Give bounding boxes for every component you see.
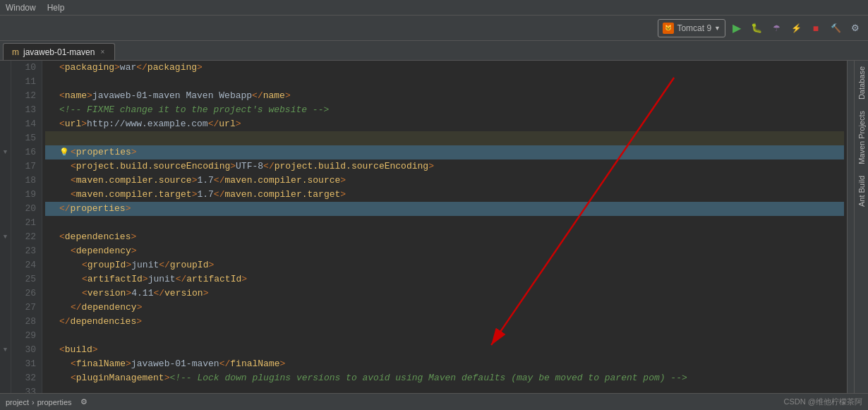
table-row[interactable]: <!-- FIXME change it to the project's we…: [45, 103, 844, 117]
code-area[interactable]: <packaging>war</packaging><name>javaweb-…: [42, 61, 847, 393]
code-token: version: [88, 287, 126, 301]
code-token: </: [159, 258, 170, 272]
table-row[interactable]: <groupId>junit</groupId>: [45, 258, 844, 272]
code-token: >: [280, 357, 286, 371]
intention-bulb-icon[interactable]: 💡: [59, 145, 69, 159]
code-token: groupId: [170, 258, 209, 272]
table-row[interactable]: <pluginManagement><!-- Lock down plugins…: [45, 371, 844, 385]
line-number: 18: [17, 174, 36, 188]
table-row[interactable]: <packaging>war</packaging>: [45, 61, 844, 75]
code-token: >: [340, 174, 346, 188]
code-token: >: [126, 258, 131, 272]
toolbar: 🐱 Tomcat 9 ▼ ▶ 🐛 ☂ ⚡ ■ 🔨 ⚙: [0, 16, 868, 41]
sidebar-tab-maven[interactable]: Maven Projects: [856, 105, 867, 170]
tab-close-button[interactable]: ×: [99, 48, 106, 56]
fold-gutter-line: [0, 244, 11, 258]
line-number: 10: [17, 61, 36, 75]
status-bar: project › properties ⚙ CSDN @维他柠檬茶阿: [0, 393, 868, 410]
code-token: <: [71, 371, 76, 385]
table-row[interactable]: <version>4.11</version>: [45, 287, 844, 301]
code-token: >: [131, 244, 137, 258]
code-token: project.build.sourceEncoding: [76, 159, 230, 174]
breadcrumb-properties: properties: [37, 398, 72, 406]
tomcat-icon: 🐱: [663, 23, 674, 34]
sidebar-tab-database[interactable]: Database: [856, 61, 867, 105]
menu-window[interactable]: Window: [6, 3, 36, 13]
line-numbers: 1011121314151617181920212223242526272829…: [11, 61, 42, 393]
stop-button[interactable]: ■: [807, 20, 824, 37]
line-number: 31: [17, 357, 36, 371]
fold-gutter-line: [0, 117, 11, 131]
line-number: 26: [17, 287, 36, 301]
menu-help[interactable]: Help: [47, 3, 65, 13]
fold-gutter: ▼▼▼: [0, 61, 11, 393]
tomcat-selector[interactable]: 🐱 Tomcat 9 ▼: [658, 19, 725, 37]
fold-gutter-line: [0, 385, 11, 393]
code-token: maven.compiler.source: [76, 174, 192, 188]
table-row[interactable]: <name>javaweb-01-maven Maven Webapp</nam…: [45, 89, 844, 103]
breadcrumb: project › properties ⚙: [6, 397, 776, 406]
line-number: 27: [17, 301, 36, 315]
run-button[interactable]: ▶: [728, 20, 745, 37]
code-token: <: [59, 343, 65, 357]
code-token: >: [131, 230, 136, 244]
code-token: name: [263, 89, 285, 103]
table-row[interactable]: </dependencies>: [45, 315, 844, 329]
tomcat-label: Tomcat 9: [677, 23, 711, 33]
code-token: >: [428, 159, 434, 174]
tab-filename: javaweb-01-maven: [23, 47, 95, 57]
table-row[interactable]: [45, 329, 844, 343]
code-token: url: [65, 117, 81, 131]
editor: ▼▼▼ 101112131415161718192021222324252627…: [0, 61, 854, 393]
line-number: 11: [17, 75, 36, 89]
code-token: <: [71, 244, 76, 258]
table-row[interactable]: 💡<properties>: [45, 145, 844, 159]
code-token: </: [59, 202, 71, 216]
coverage-button[interactable]: ☂: [768, 20, 785, 37]
code-token: <: [71, 188, 76, 202]
vertical-scrollbar[interactable]: [847, 61, 854, 393]
sidebar-tab-ant[interactable]: Ant Build: [856, 170, 867, 212]
code-token: </: [136, 61, 147, 75]
table-row[interactable]: <dependencies>: [45, 230, 844, 244]
table-row[interactable]: <artifactId>junit</artifactId>: [45, 272, 844, 287]
table-row[interactable]: <build>: [45, 343, 844, 357]
code-token: war: [120, 61, 136, 75]
fold-gutter-line: [0, 202, 11, 216]
code-token: url: [219, 117, 235, 131]
profile-button[interactable]: ⚡: [788, 20, 804, 37]
table-row[interactable]: [45, 216, 844, 230]
settings-button[interactable]: ⚙: [847, 20, 864, 37]
table-row[interactable]: <dependency>: [45, 244, 844, 258]
table-row[interactable]: [45, 75, 844, 89]
table-row[interactable]: [45, 131, 844, 145]
code-token: maven.compiler.target: [224, 188, 340, 202]
code-token: </: [214, 174, 225, 188]
editor-tab[interactable]: m javaweb-01-maven ×: [3, 43, 115, 60]
table-row[interactable]: <maven.compiler.target>1.7</maven.compil…: [45, 188, 844, 202]
table-row[interactable]: <maven.compiler.source>1.7</maven.compil…: [45, 174, 844, 188]
menu-bar: Window Help: [0, 0, 868, 16]
code-token: <: [82, 287, 88, 301]
table-row[interactable]: </dependency>: [45, 301, 844, 315]
code-token: </: [208, 117, 219, 131]
table-row[interactable]: <finalName>javaweb-01-maven</finalName>: [45, 357, 844, 371]
code-token: dependencies: [65, 230, 131, 244]
code-token: >: [81, 117, 87, 131]
code-token: <: [59, 61, 65, 75]
code-token: <: [71, 174, 76, 188]
fold-gutter-line: [0, 315, 11, 329]
fold-gutter-line: [0, 188, 11, 202]
table-row[interactable]: <project.build.sourceEncoding>UTF-8</pro…: [45, 159, 844, 174]
table-row[interactable]: </properties>: [45, 202, 844, 216]
debug-button[interactable]: 🐛: [748, 20, 765, 37]
code-token: <: [59, 230, 65, 244]
table-row[interactable]: <url>http://www.example.com</url>: [45, 117, 844, 131]
editor-content: ▼▼▼ 101112131415161718192021222324252627…: [0, 61, 854, 393]
line-number: 29: [17, 329, 36, 343]
line-number: 13: [17, 103, 36, 117]
build-button[interactable]: 🔨: [827, 20, 844, 37]
code-token: pluginManagement: [76, 371, 164, 385]
table-row[interactable]: [45, 385, 844, 393]
line-number: 32: [17, 371, 36, 385]
